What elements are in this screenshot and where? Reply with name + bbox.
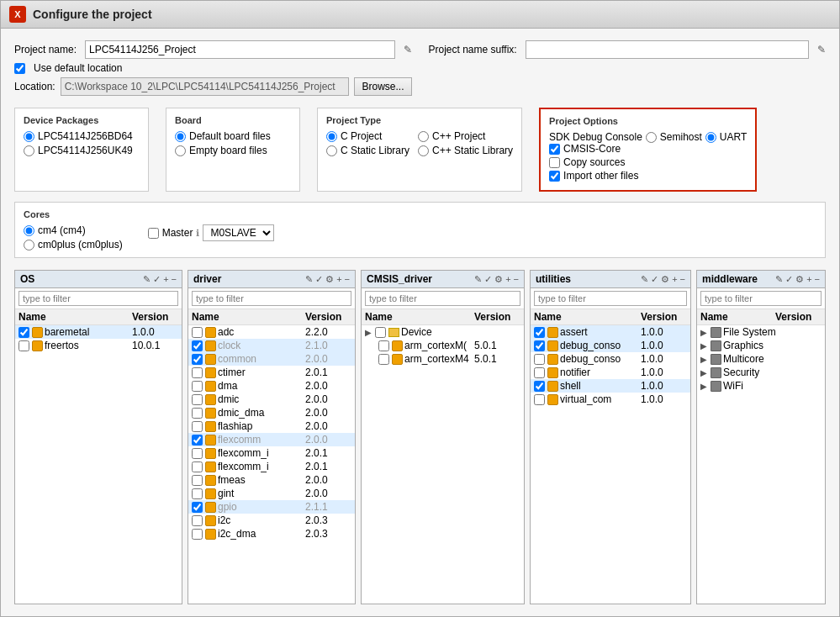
utilities-check-debug2[interactable] [534,354,545,365]
os-row-freertos[interactable]: freertos 10.0.1 [15,339,182,352]
cmsis-add-icon[interactable]: + [505,274,510,285]
utilities-check-assert[interactable] [534,327,545,338]
driver-check-flexcomm-i1[interactable] [192,448,203,459]
utilities-check-virtual-com[interactable] [534,394,545,405]
middleware-add-icon[interactable]: + [806,274,811,285]
browse-button[interactable]: Browse... [354,77,411,96]
utilities-check-notifier[interactable] [534,367,545,378]
driver-filter-input[interactable] [192,291,351,306]
driver-add-icon[interactable]: + [336,274,341,285]
driver-check-flexcomm[interactable] [192,435,203,446]
cmsis-core-checkbox[interactable] [549,144,560,155]
cmsis-gear-icon[interactable]: ⚙ [494,274,503,285]
driver-check-flashiap[interactable] [192,421,203,432]
driver-edit-icon[interactable]: ✎ [305,274,313,285]
os-filter-input[interactable] [18,291,178,306]
driver-row-dmic-dma[interactable]: dmic_dma 2.0.0 [188,406,355,419]
utilities-gear-icon[interactable]: ⚙ [661,274,669,285]
project-suffix-edit-icon[interactable]: ✎ [817,44,826,55]
project-suffix-input[interactable] [526,40,809,59]
utilities-add-icon[interactable]: + [672,274,677,285]
device-radio-0[interactable] [24,131,34,142]
utilities-check-debug1[interactable] [534,340,545,351]
project-name-edit-icon[interactable]: ✎ [404,44,412,55]
utilities-row-assert[interactable]: assert 1.0.0 [531,325,690,339]
middleware-remove-icon[interactable]: − [815,274,820,285]
driver-row-common[interactable]: common 2.0.0 [188,352,355,366]
middleware-check-icon[interactable]: ✓ [785,274,793,285]
utilities-row-debug-conso-1[interactable]: debug_conso 1.0.0 [531,339,690,352]
driver-check-dma[interactable] [192,381,203,392]
middleware-arrow-graphics[interactable]: ▶ [700,341,709,351]
driver-row-flexcomm-i1[interactable]: flexcomm_i 2.0.1 [188,446,355,460]
utilities-row-shell[interactable]: shell 1.0.0 [531,379,690,393]
driver-check-clock[interactable] [192,340,203,351]
driver-check-gpio[interactable] [192,502,203,513]
driver-row-flexcomm-i2[interactable]: flexcomm_i 2.0.1 [188,460,355,473]
middleware-filter-input[interactable] [700,291,822,306]
middleware-edit-icon[interactable]: ✎ [775,274,783,285]
board-radio-1[interactable] [175,145,186,156]
middleware-row-graphics[interactable]: ▶ Graphics [697,339,825,352]
driver-remove-icon[interactable]: − [345,274,350,285]
cmsis-row-device[interactable]: ▶ Device [362,325,524,339]
middleware-arrow-multicore[interactable]: ▶ [700,355,709,364]
driver-check-ctimer[interactable] [192,367,203,378]
driver-check-gint[interactable] [192,488,203,499]
utilities-filter-input[interactable] [534,291,687,306]
utilities-row-notifier[interactable]: notifier 1.0.0 [531,366,690,379]
os-check-freertos[interactable] [18,340,29,351]
os-add-icon[interactable]: + [163,274,168,285]
board-radio-0[interactable] [175,131,186,142]
cmsis-arrow-device[interactable]: ▶ [365,328,373,337]
driver-check-i2c[interactable] [192,515,203,526]
semihost-radio[interactable] [646,132,657,143]
core-cm4-radio[interactable] [24,225,34,236]
master-checkbox[interactable] [148,228,159,239]
copy-sources-checkbox[interactable] [549,157,560,168]
use-default-location-checkbox[interactable] [14,63,25,74]
cmsis-row-arm-cortexm4[interactable]: arm_cortexM( 5.0.1 [362,339,524,352]
cmsis-check-arm-cortexm4[interactable] [378,340,389,351]
driver-row-dmic[interactable]: dmic 2.0.0 [188,393,355,406]
type-radio-c-static[interactable] [326,145,337,156]
os-edit-icon[interactable]: ✎ [143,274,151,285]
driver-row-i2c-dma[interactable]: i2c_dma 2.0.3 [188,527,355,541]
cmsis-row-arm-cortexm4-b[interactable]: arm_cortexM4 5.0.1 [362,352,524,366]
type-radio-c[interactable] [326,131,337,142]
middleware-row-wifi[interactable]: ▶ WiFi [697,379,825,393]
middleware-arrow-security[interactable]: ▶ [700,368,709,377]
driver-check-i2c-dma[interactable] [192,529,203,540]
os-remove-icon[interactable]: − [172,274,177,285]
os-row-baremetal[interactable]: baremetal 1.0.0 [15,325,182,339]
driver-row-i2c[interactable]: i2c 2.0.3 [188,514,355,527]
cmsis-check-arm-cortexm4-b[interactable] [378,354,389,365]
driver-check-dmic[interactable] [192,394,203,405]
driver-check-flexcomm-i2[interactable] [192,461,203,472]
core-cm0plus-radio[interactable] [24,240,34,250]
driver-row-flexcomm[interactable]: flexcomm 2.0.0 [188,433,355,446]
driver-row-flashiap[interactable]: flashiap 2.0.0 [188,419,355,433]
driver-check-adc[interactable] [192,327,203,338]
type-radio-cpp[interactable] [418,131,429,142]
cmsis-edit-icon[interactable]: ✎ [474,274,482,285]
utilities-row-debug-conso-2[interactable]: debug_conso 1.0.0 [531,352,690,366]
driver-row-fmeas[interactable]: fmeas 2.0.0 [188,473,355,487]
utilities-edit-icon[interactable]: ✎ [641,274,648,285]
os-check-icon[interactable]: ✓ [153,274,161,285]
middleware-row-security[interactable]: ▶ Security [697,366,825,379]
driver-row-gint[interactable]: gint 2.0.0 [188,487,355,500]
middleware-row-filesystem[interactable]: ▶ File System [697,325,825,339]
cmsis-remove-icon[interactable]: − [514,274,519,285]
middleware-gear-icon[interactable]: ⚙ [795,274,804,285]
driver-gear-icon[interactable]: ⚙ [325,274,334,285]
import-other-checkbox[interactable] [549,171,560,182]
middleware-arrow-wifi[interactable]: ▶ [700,382,709,391]
project-name-input[interactable] [85,40,394,59]
cmsis-filter-input[interactable] [365,291,520,306]
os-check-baremetal[interactable] [18,327,29,338]
cmsis-check-device[interactable] [375,327,386,338]
driver-check-icon[interactable]: ✓ [315,274,323,285]
utilities-check-icon[interactable]: ✓ [651,274,658,285]
driver-check-dmic-dma[interactable] [192,408,203,419]
